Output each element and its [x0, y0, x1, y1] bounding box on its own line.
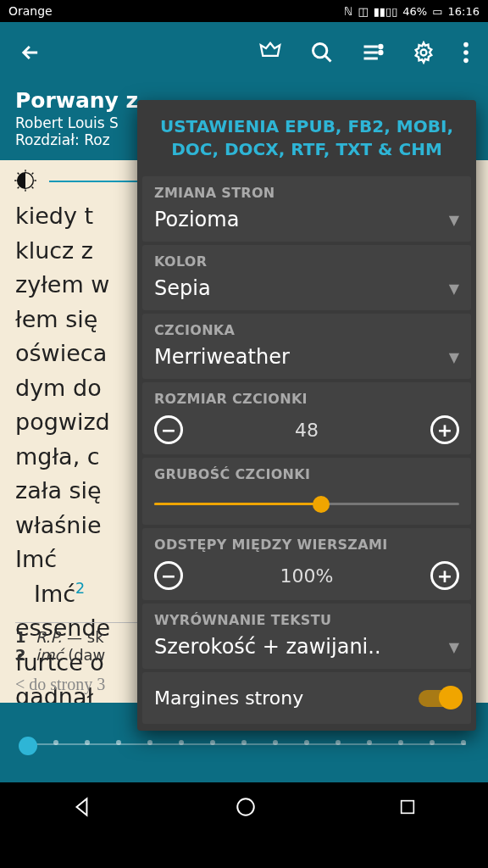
- font-size-value: 48: [295, 420, 319, 441]
- font-label: CZCIONKA: [154, 322, 459, 338]
- battery-percent: 46%: [402, 5, 427, 18]
- svg-point-1: [380, 45, 383, 48]
- vibrate-icon: ◫: [358, 5, 368, 18]
- nav-recent-button[interactable]: [398, 798, 417, 816]
- svg-rect-9: [402, 801, 414, 814]
- settings-panel: USTAWIENIA EPUB, FB2, MOBI, DOC, DOCX, R…: [137, 100, 476, 731]
- search-button[interactable]: [300, 31, 344, 75]
- svg-point-3: [421, 50, 427, 56]
- font-weight-slider[interactable]: [154, 494, 459, 515]
- chevron-down-icon: ▼: [449, 281, 459, 297]
- battery-icon: ▭: [432, 5, 442, 18]
- font-section[interactable]: CZCIONKA Merriweather ▼: [142, 314, 471, 379]
- svg-point-0: [313, 44, 327, 58]
- svg-point-4: [463, 42, 469, 47]
- line-spacing-section: ODSTĘPY MIĘDZY WIERSZAMI − 100% +: [142, 528, 471, 600]
- page-change-section[interactable]: ZMIANA STRON Pozioma ▼: [142, 176, 471, 242]
- nav-back-button[interactable]: [71, 796, 93, 818]
- settings-panel-title: USTAWIENIA EPUB, FB2, MOBI, DOC, DOCX, R…: [137, 100, 476, 173]
- clock: 16:16: [448, 5, 480, 18]
- status-icons: ℕ ◫ ▮▮▯▯ 46% ▭ 16:16: [344, 5, 480, 18]
- text-align-label: WYRÓWNANIE TEKSTU: [154, 612, 459, 628]
- progress-dots: [22, 740, 466, 745]
- footnote-ref-2[interactable]: 2: [75, 580, 85, 597]
- slider-thumb[interactable]: [313, 496, 330, 513]
- svg-point-5: [463, 50, 469, 55]
- svg-point-8: [237, 798, 254, 815]
- app-bar: [0, 22, 488, 83]
- overflow-menu-button[interactable]: [452, 31, 480, 75]
- color-value: Sepia: [154, 276, 211, 300]
- progress-thumb[interactable]: [19, 737, 37, 755]
- svg-point-6: [463, 58, 469, 64]
- chevron-down-icon: ▼: [449, 639, 459, 655]
- brightness-icon[interactable]: [14, 169, 37, 192]
- font-value: Merriweather: [154, 345, 290, 369]
- font-size-label: ROZMIAR CZCIONKI: [154, 391, 459, 407]
- line-spacing-decrease-button[interactable]: −: [154, 561, 183, 590]
- status-bar: Orange ℕ ◫ ▮▮▯▯ 46% ▭ 16:16: [0, 0, 488, 22]
- color-label: KOLOR: [154, 253, 459, 270]
- font-weight-section: GRUBOŚĆ CZCIONKI: [142, 458, 471, 525]
- nav-home-button[interactable]: [235, 796, 257, 818]
- signal-icon: ▮▮▯▯: [374, 5, 398, 18]
- carrier-label: Orange: [8, 4, 344, 18]
- color-section[interactable]: KOLOR Sepia ▼: [142, 245, 471, 310]
- prev-page-link[interactable]: < do strony 3: [15, 675, 105, 694]
- premium-button[interactable]: [247, 30, 293, 75]
- font-size-section: ROZMIAR CZCIONKI − 48 +: [142, 382, 471, 454]
- line-spacing-label: ODSTĘPY MIĘDZY WIERSZAMI: [154, 537, 459, 553]
- toggle-knob: [439, 686, 463, 709]
- text-align-section[interactable]: WYRÓWNANIE TEKSTU Szerokość + zawijani..…: [142, 604, 471, 669]
- chevron-down-icon: ▼: [449, 349, 459, 365]
- margin-label: Margines strony: [154, 687, 303, 709]
- page-change-label: ZMIANA STRON: [154, 185, 459, 201]
- svg-point-2: [380, 51, 383, 54]
- margin-section[interactable]: Margines strony: [142, 672, 471, 724]
- settings-button[interactable]: [402, 31, 446, 75]
- page-change-value: Pozioma: [154, 208, 239, 231]
- back-button[interactable]: [8, 31, 53, 75]
- contents-button[interactable]: [351, 31, 395, 75]
- line-spacing-value: 100%: [280, 565, 334, 587]
- text-align-value: Szerokość + zawijani..: [154, 635, 381, 659]
- margin-toggle[interactable]: [419, 690, 459, 707]
- font-size-decrease-button[interactable]: −: [154, 415, 183, 444]
- font-size-increase-button[interactable]: +: [430, 415, 459, 444]
- nfc-icon: ℕ: [344, 5, 352, 18]
- chevron-down-icon: ▼: [449, 212, 459, 228]
- font-weight-label: GRUBOŚĆ CZCIONKI: [154, 466, 459, 482]
- system-nav-bar: [0, 782, 488, 832]
- line-spacing-increase-button[interactable]: +: [430, 561, 459, 590]
